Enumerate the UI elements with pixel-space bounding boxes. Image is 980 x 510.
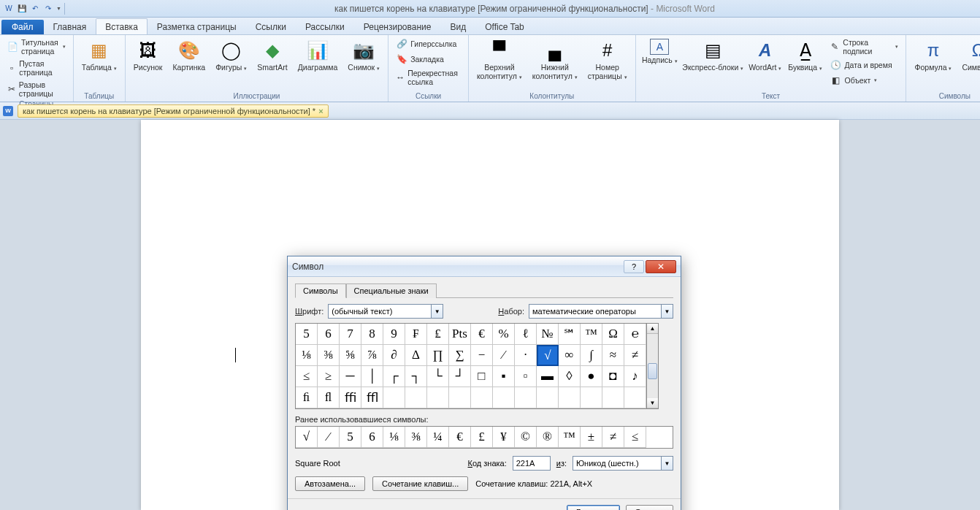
symbol-cell[interactable]: [602, 387, 624, 408]
symbol-cell[interactable]: ∆: [405, 345, 427, 366]
symbol-cell[interactable]: ≥: [318, 366, 340, 387]
symbol-cell[interactable]: [405, 387, 427, 408]
equation-button[interactable]: πФормула ▾: [911, 37, 955, 75]
chevron-down-icon[interactable]: ▼: [661, 305, 673, 318]
tab-symbols[interactable]: Символы: [295, 283, 346, 298]
redo-icon[interactable]: ↷: [42, 3, 54, 15]
clipart-button[interactable]: 🎨Картинка: [169, 37, 209, 75]
close-button[interactable]: ✕: [646, 260, 676, 273]
symbol-cell[interactable]: [449, 387, 471, 408]
recent-symbol-cell[interactable]: ¼: [427, 427, 449, 448]
chevron-down-icon[interactable]: ▼: [661, 457, 673, 470]
symbol-cell[interactable]: ∏: [427, 345, 449, 366]
symbol-cell[interactable]: ∕: [493, 345, 515, 366]
dropcap-button[interactable]: A̲Буквица ▾: [786, 37, 824, 75]
symbol-cell[interactable]: %: [493, 324, 515, 345]
datetime-button[interactable]: 🕓Дата и время: [827, 58, 901, 72]
symbol-cell[interactable]: Pts: [449, 324, 471, 345]
symbol-cell[interactable]: ₣: [405, 324, 427, 345]
recent-symbol-cell[interactable]: ⅛: [383, 427, 405, 448]
tab-view[interactable]: Вид: [440, 18, 475, 34]
blank-page-button[interactable]: ▫Пустая страница: [4, 58, 69, 78]
symbol-cell[interactable]: ﬄ: [361, 387, 383, 408]
shortcut-key-button[interactable]: Сочетание клавиш...: [372, 476, 468, 491]
tab-references[interactable]: Ссылки: [246, 18, 296, 34]
smartart-button[interactable]: ◆SmartArt: [253, 37, 291, 75]
symbol-cell[interactable]: ◘: [602, 366, 624, 387]
shapes-button[interactable]: ◯Фигуры ▾: [212, 37, 250, 75]
hyperlink-button[interactable]: 🔗Гиперссылка: [393, 37, 464, 51]
symbol-cell[interactable]: −: [471, 345, 493, 366]
tab-home[interactable]: Главная: [44, 18, 96, 34]
font-combo[interactable]: ▼: [328, 304, 443, 319]
recent-symbol-cell[interactable]: ⅜: [405, 427, 427, 448]
symbol-cell[interactable]: [427, 387, 449, 408]
symbol-cell[interactable]: ⅜: [318, 345, 340, 366]
quickparts-button[interactable]: ▤Экспресс-блоки ▾: [682, 37, 744, 75]
symbol-cell[interactable]: 9: [383, 324, 405, 345]
bookmark-button[interactable]: 🔖Закладка: [393, 52, 464, 66]
symbol-cell[interactable]: ▪: [493, 366, 515, 387]
undo-icon[interactable]: ↶: [29, 3, 41, 15]
char-code-input[interactable]: [513, 456, 551, 471]
cancel-button[interactable]: Отмена: [626, 505, 673, 510]
recent-symbol-cell[interactable]: 5: [340, 427, 361, 448]
symbol-cell[interactable]: ─: [340, 366, 361, 387]
page-break-button[interactable]: ✂Разрыв страницы: [4, 79, 69, 99]
subset-input[interactable]: [529, 305, 661, 318]
symbol-cell[interactable]: ℓ: [515, 324, 537, 345]
recent-symbol-cell[interactable]: ≠: [602, 427, 624, 448]
tab-page-layout[interactable]: Разметка страницы: [148, 18, 246, 34]
tab-special-chars[interactable]: Специальные знаки: [346, 283, 437, 298]
tab-insert[interactable]: Вставка: [96, 18, 148, 34]
symbol-cell[interactable]: ⅞: [361, 345, 383, 366]
symbol-cell[interactable]: ∫: [581, 345, 602, 366]
recent-symbol-cell[interactable]: √: [296, 427, 318, 448]
recent-symbol-cell[interactable]: £: [471, 427, 493, 448]
tab-office-tab[interactable]: Office Tab: [475, 18, 534, 34]
chevron-down-icon[interactable]: ▼: [431, 305, 443, 318]
symbol-cell[interactable]: ∂: [383, 345, 405, 366]
tab-mailings[interactable]: Рассылки: [296, 18, 354, 34]
qat-dropdown-icon[interactable]: ▼: [56, 6, 61, 11]
symbol-cell[interactable]: ™: [581, 324, 602, 345]
scroll-down-icon[interactable]: ▼: [647, 398, 658, 408]
symbol-cell[interactable]: ∞: [559, 345, 581, 366]
symbol-cell[interactable]: [624, 387, 646, 408]
table-button[interactable]: ▦ Таблица ▾: [78, 37, 120, 75]
recent-symbol-cell[interactable]: ™: [559, 427, 581, 448]
autocorrect-button[interactable]: Автозамена...: [295, 476, 365, 491]
scroll-up-icon[interactable]: ▲: [647, 324, 658, 334]
recent-symbol-cell[interactable]: ®: [537, 427, 559, 448]
symbol-cell[interactable]: [581, 387, 602, 408]
symbol-cell[interactable]: ⅛: [296, 345, 318, 366]
document-tab[interactable]: как пишется корень на клавиатуре [Режим …: [18, 104, 329, 118]
symbol-cell[interactable]: [559, 387, 581, 408]
symbol-cell[interactable]: ◊: [559, 366, 581, 387]
symbol-cell[interactable]: ﬃ: [340, 387, 361, 408]
help-button[interactable]: ?: [624, 260, 644, 273]
symbol-button[interactable]: ΩСимвол ▾: [958, 37, 980, 75]
symbol-cell[interactable]: □: [471, 366, 493, 387]
symbol-cell[interactable]: ●: [581, 366, 602, 387]
tab-review[interactable]: Рецензирование: [354, 18, 441, 34]
symbol-cell[interactable]: ℮: [624, 324, 646, 345]
symbol-cell[interactable]: └: [427, 366, 449, 387]
symbol-cell[interactable]: ▬: [537, 366, 559, 387]
recent-symbol-cell[interactable]: €: [449, 427, 471, 448]
scroll-track[interactable]: [647, 334, 658, 398]
symbol-cell[interactable]: √: [537, 345, 559, 366]
signature-line-button[interactable]: ✎Строка подписи▾: [827, 37, 901, 57]
symbol-cell[interactable]: ⅝: [340, 345, 361, 366]
textbox-button[interactable]: AНадпись ▾: [640, 37, 679, 67]
symbol-cell[interactable]: ₤: [427, 324, 449, 345]
object-button[interactable]: ◧Объект▾: [827, 73, 901, 88]
symbol-cell[interactable]: ≠: [624, 345, 646, 366]
symbol-cell[interactable]: ▫: [515, 366, 537, 387]
symbol-cell[interactable]: ┘: [449, 366, 471, 387]
symbol-cell[interactable]: ♪: [624, 366, 646, 387]
recent-symbol-cell[interactable]: ©: [515, 427, 537, 448]
symbol-cell[interactable]: ∙: [515, 345, 537, 366]
dialog-titlebar[interactable]: Символ ? ✕: [288, 256, 681, 277]
symbol-cell[interactable]: ∑: [449, 345, 471, 366]
